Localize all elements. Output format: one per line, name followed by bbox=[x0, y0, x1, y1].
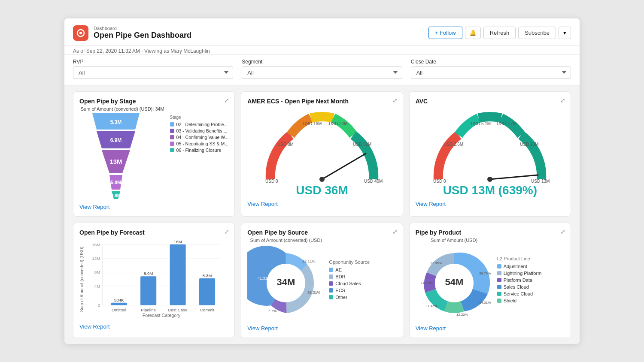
donut-product-legend-title: L2 Product Line bbox=[497, 256, 542, 261]
header: Dashboard Open Pipe Gen Dashboard + Foll… bbox=[64, 18, 580, 45]
card-stage-title: Open Pipe by Stage bbox=[79, 98, 136, 105]
avc-gauge-value: USD 13M (639%) bbox=[443, 184, 537, 197]
funnel-chart-title: Sum of Amount (converted) (USD): 34M bbox=[79, 106, 166, 112]
filter-closedate-select[interactable]: All bbox=[411, 66, 571, 79]
card-amer-ecs: AMER ECS - Open Pipe Next Month ⤢ US bbox=[241, 91, 403, 217]
card-pipe-product: Pipe by Product ⤢ Sum of Amount (USD) bbox=[409, 223, 571, 338]
refresh-button[interactable]: Refresh bbox=[483, 27, 516, 39]
legend-dot-platformdata bbox=[497, 278, 501, 282]
y-axis-label: Sum of Amount (converted) (USD) bbox=[79, 247, 84, 312]
legend-label-05: 05 - Negotiating SS & M... bbox=[176, 141, 228, 146]
legend-item-platformdata: Platform Data bbox=[497, 278, 542, 283]
card-avc: AVC ⤢ USD 0 USD 2.6M USD 5.1M USD 7.7M bbox=[409, 91, 571, 217]
subscribe-button[interactable]: Subscribe bbox=[518, 27, 556, 39]
svg-text:6.9M: 6.9M bbox=[110, 137, 122, 143]
svg-text:USD 16M: USD 16M bbox=[303, 121, 322, 126]
legend-label-02: 02 - Determining Proble... bbox=[176, 122, 228, 127]
card-forecast-expand[interactable]: ⤢ bbox=[224, 228, 229, 235]
y-axis-label-wrap: Sum of Amount (converted) (USD) bbox=[79, 239, 84, 320]
card-amer-expand[interactable]: ⤢ bbox=[392, 97, 398, 104]
svg-text:12.11%: 12.11% bbox=[302, 259, 316, 263]
funnel-svg: 5.3M 6.9M 13M 5.8M 2.8M bbox=[79, 113, 152, 199]
legend-label-cloudsales: Cloud Sales bbox=[335, 281, 361, 286]
dashboard-wrapper: Dashboard Open Pipe Gen Dashboard + Foll… bbox=[64, 18, 580, 344]
meta-bar: As of Sep 22, 2020 11:32 AM · Viewing as… bbox=[64, 45, 580, 54]
svg-text:12.22%: 12.22% bbox=[456, 313, 468, 317]
svg-text:USD 13M: USD 13M bbox=[531, 179, 550, 184]
svg-text:11.05%: 11.05% bbox=[430, 261, 442, 265]
legend-dot-lightning bbox=[497, 271, 501, 275]
legend-item-bdr: BDR bbox=[329, 274, 370, 279]
view-report-forecast[interactable]: View Report bbox=[79, 323, 110, 330]
header-title: Open Pipe Gen Dashboard bbox=[94, 31, 191, 40]
card-product-title: Pipe by Product bbox=[416, 229, 462, 236]
donut-area-source: Sum of Amount (converted) (USD) bbox=[247, 238, 396, 322]
donut-source-subtitle: Sum of Amount (converted) (USD) bbox=[250, 238, 322, 243]
svg-rect-39 bbox=[111, 302, 127, 305]
legend-label-adjustment: Adjustment bbox=[504, 264, 527, 269]
legend-label-ae: AE bbox=[335, 267, 342, 272]
filter-segment-select[interactable]: All bbox=[242, 66, 402, 79]
card-amer-title: AMER ECS - Open Pipe Next Month bbox=[247, 98, 349, 105]
legend-dot-shield bbox=[497, 299, 501, 303]
legend-dot-05 bbox=[170, 142, 174, 146]
card-avc-expand[interactable]: ⤢ bbox=[560, 97, 565, 104]
legend-item-04: 04 - Confirming Value W... bbox=[170, 135, 229, 140]
filter-rvp-label: RVP bbox=[73, 59, 233, 65]
view-report-product[interactable]: View Report bbox=[416, 325, 446, 332]
svg-text:USD 10M: USD 10M bbox=[520, 142, 538, 147]
svg-text:2.8M: 2.8M bbox=[111, 193, 121, 198]
legend-item-05: 05 - Negotiating SS & M... bbox=[170, 141, 229, 146]
legend-label-lightning: Lightning Platform bbox=[504, 271, 542, 276]
legend-item-03: 03 - Validating Benefits ... bbox=[170, 128, 229, 133]
card-forecast-title: Open Pipe by Forecast bbox=[79, 229, 145, 236]
svg-text:USD 5.1M: USD 5.1M bbox=[471, 121, 491, 126]
header-actions: + Follow 🔔 Refresh Subscribe ▾ bbox=[428, 27, 571, 39]
bar-chart-wrapper: Sum of Amount (converted) (USD) 16M 12M … bbox=[79, 239, 228, 320]
svg-text:USD 2.6M: USD 2.6M bbox=[444, 142, 463, 147]
view-report-stage[interactable]: View Report bbox=[79, 204, 110, 210]
card-product-expand[interactable]: ⤢ bbox=[560, 228, 565, 235]
legend-dot-servicecloud bbox=[497, 292, 501, 296]
gauge-svg-amer: USD 0 USD 8M USD 16M USD 24M USD 32M USD… bbox=[253, 106, 391, 188]
meta-text: As of Sep 22, 2020 11:32 AM · Viewing as… bbox=[73, 48, 210, 54]
svg-point-1 bbox=[79, 32, 82, 34]
svg-text:16M: 16M bbox=[92, 242, 100, 247]
legend-dot-ecs bbox=[329, 288, 333, 293]
filter-rvp-select[interactable]: All bbox=[73, 66, 233, 79]
legend-dot-03 bbox=[170, 129, 174, 133]
view-report-avc[interactable]: View Report bbox=[416, 201, 446, 207]
funnel-legend-title: Stage bbox=[170, 115, 229, 120]
gauge-container-amer: USD 0 USD 8M USD 16M USD 24M USD 32M USD… bbox=[247, 106, 396, 197]
svg-text:5.8M: 5.8M bbox=[111, 180, 121, 185]
follow-button[interactable]: + Follow bbox=[428, 27, 462, 39]
svg-text:16M: 16M bbox=[174, 239, 182, 244]
gauge-container-avc: USD 0 USD 2.6M USD 5.1M USD 7.7M USD 10M… bbox=[416, 106, 565, 197]
svg-point-13 bbox=[319, 177, 325, 182]
card-avc-title: AVC bbox=[416, 98, 428, 105]
legend-label-shield: Shield bbox=[504, 298, 517, 303]
svg-text:13M: 13M bbox=[109, 158, 122, 165]
funnel-legend: Stage 02 - Determining Proble... 03 - Va… bbox=[170, 106, 229, 200]
card-open-pipe-forecast: Open Pipe by Forecast ⤢ Sum of Amount (c… bbox=[73, 223, 235, 338]
donut-source-legend: Opportunity Source AE BDR Cloud Sales bbox=[329, 259, 370, 300]
amer-gauge-value: USD 36M bbox=[296, 184, 348, 197]
svg-text:USD 7.7M: USD 7.7M bbox=[497, 121, 516, 126]
legend-item-salescloud: Sales Cloud bbox=[497, 284, 542, 290]
logo-box bbox=[73, 25, 88, 41]
svg-text:USD 40M: USD 40M bbox=[364, 179, 383, 184]
dashboard-grid: Open Pipe by Stage ⤢ Sum of Amount (conv… bbox=[64, 85, 580, 344]
view-report-amer[interactable]: View Report bbox=[247, 201, 278, 207]
svg-text:USD 0: USD 0 bbox=[433, 179, 446, 184]
legend-label-04: 04 - Confirming Value W... bbox=[176, 135, 229, 140]
card-source-expand[interactable]: ⤢ bbox=[392, 228, 398, 235]
notifications-button[interactable]: 🔔 bbox=[465, 27, 481, 39]
filter-closedate: Close Date All bbox=[411, 59, 571, 79]
view-report-source[interactable]: View Report bbox=[247, 325, 278, 332]
svg-text:Commit: Commit bbox=[200, 308, 215, 312]
legend-dot-ae bbox=[329, 268, 333, 272]
more-options-button[interactable]: ▾ bbox=[559, 27, 571, 39]
filter-rvp: RVP All bbox=[73, 59, 233, 79]
card-stage-expand[interactable]: ⤢ bbox=[224, 97, 229, 104]
legend-label-ecs: ECS bbox=[335, 288, 345, 293]
